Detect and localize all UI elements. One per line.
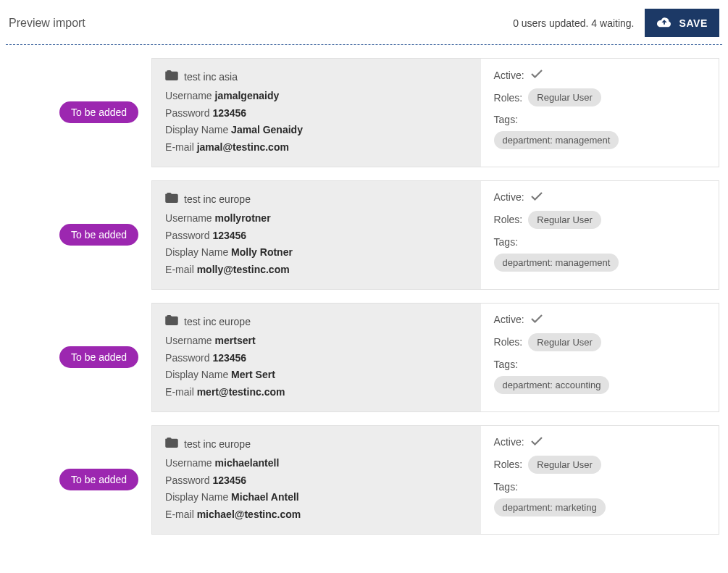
tag-pill: department: management [494,131,619,149]
card-right: Active: Roles: Regular User Tags: depart… [481,181,719,289]
divider [6,44,722,45]
active-label: Active: [494,436,524,448]
username-label: Username [165,212,212,224]
card-right: Active: Roles: Regular User Tags: depart… [481,304,719,411]
username-value: mertsert [215,335,256,346]
folder-icon [165,69,178,86]
username-line: Username michaelantell [165,455,468,472]
displayname-label: Display Name [165,124,228,135]
active-line: Active: [494,314,706,326]
active-line: Active: [494,436,706,448]
tag-pill: department: accounting [494,376,610,394]
displayname-value: Jamal Genaidy [231,124,303,135]
save-button[interactable]: SAVE [645,9,720,37]
tags-block: Tags: department: accounting [494,359,706,394]
org-name: test inc asia [184,69,238,86]
email-line: E-mail molly@testinc.com [165,262,468,279]
email-value: jamal@testinc.com [197,141,289,153]
org-line: test inc asia [165,69,468,86]
folder-icon [165,191,178,209]
role-pill: Regular User [528,88,601,106]
role-pill: Regular User [528,456,601,474]
check-icon [530,314,543,326]
tags-block: Tags: department: management [494,236,706,272]
username-label: Username [165,335,212,346]
page-title: Preview import [9,17,85,30]
displayname-label: Display Name [165,491,228,503]
displayname-value: Michael Antell [231,491,299,503]
roles-label: Roles: [494,214,523,225]
active-label: Active: [494,314,524,325]
password-line: Password 123456 [165,472,468,490]
displayname-label: Display Name [165,369,228,380]
header: Preview import 0 users updated. 4 waitin… [6,9,722,44]
email-value: michael@testinc.com [197,509,301,520]
status-badge: To be added [59,346,138,368]
password-value: 123456 [212,352,246,364]
card-left: test inc europe Username mollyrotner Pas… [152,181,481,289]
org-name: test inc europe [184,314,251,331]
user-row: To be added test inc europe Username mol… [9,180,719,290]
user-list: To be added test inc asia Username jamal… [6,58,722,535]
password-line: Password 123456 [165,227,468,245]
username-label: Username [165,457,212,469]
user-card: test inc europe Username michaelantell P… [151,425,719,535]
user-row: To be added test inc europe Username mic… [9,425,719,535]
username-value: jamalgenaidy [215,90,280,101]
active-line: Active: [494,69,706,81]
tags-label: Tags: [494,481,706,493]
status-badge: To be added [59,469,138,490]
tags-label: Tags: [494,359,706,370]
email-label: E-mail [165,509,194,520]
password-value: 123456 [212,474,246,486]
card-left: test inc asia Username jamalgenaidy Pass… [152,59,481,167]
folder-icon [165,436,178,453]
header-right: 0 users updated. 4 waiting. SAVE [513,9,719,37]
tags-block: Tags: department: marketing [494,481,706,516]
save-button-label: SAVE [679,17,708,29]
password-line: Password 123456 [165,350,468,367]
card-right: Active: Roles: Regular User Tags: depart… [481,59,719,167]
email-value: mert@testinc.com [197,386,285,398]
tags-block: Tags: department: management [494,114,706,149]
email-line: E-mail jamal@testinc.com [165,139,468,156]
roles-label: Roles: [494,336,523,348]
org-name: test inc europe [184,436,251,453]
password-line: Password 123456 [165,105,468,122]
password-label: Password [165,474,209,486]
password-label: Password [165,352,209,364]
active-line: Active: [494,191,706,204]
card-left: test inc europe Username michaelantell P… [152,426,481,534]
roles-line: Roles: Regular User [494,333,706,351]
username-line: Username jamalgenaidy [165,88,468,105]
user-card: test inc europe Username mertsert Passwo… [151,303,719,412]
username-line: Username mertsert [165,332,468,350]
status-text: 0 users updated. 4 waiting. [513,17,634,29]
roles-line: Roles: Regular User [494,456,706,474]
email-value: molly@testinc.com [197,264,290,275]
user-row: To be added test inc asia Username jamal… [9,58,719,167]
email-label: E-mail [165,141,194,153]
role-pill: Regular User [528,333,601,351]
username-line: Username mollyrotner [165,210,468,227]
user-card: test inc europe Username mollyrotner Pas… [151,180,719,290]
cloud-upload-icon [656,16,672,30]
email-label: E-mail [165,386,194,398]
tags-label: Tags: [494,236,706,248]
tags-label: Tags: [494,114,706,125]
org-line: test inc europe [165,191,468,209]
user-row: To be added test inc europe Username mer… [9,303,719,412]
displayname-value: Molly Rotner [231,246,293,258]
displayname-value: Mert Sert [231,369,275,380]
roles-label: Roles: [494,92,523,104]
username-value: mollyrotner [215,212,271,224]
roles-label: Roles: [494,459,523,470]
displayname-line: Display Name Jamal Genaidy [165,122,468,139]
check-icon [530,436,543,448]
org-name: test inc europe [184,191,251,209]
password-value: 123456 [212,230,246,241]
card-right: Active: Roles: Regular User Tags: depart… [481,426,719,534]
password-label: Password [165,107,209,119]
tag-pill: department: marketing [494,498,606,516]
tag-pill: department: management [494,254,619,272]
